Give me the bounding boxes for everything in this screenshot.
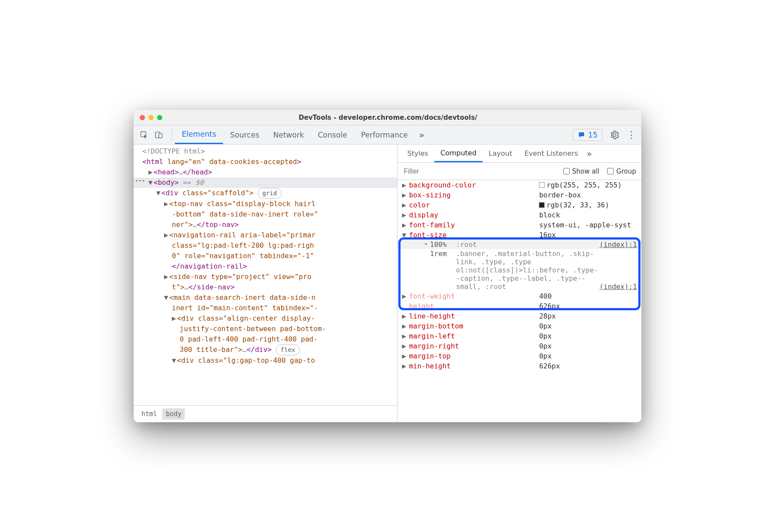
sidenav-close[interactable]: t">…</side-nav> (134, 282, 397, 292)
tab-network[interactable]: Network (266, 125, 311, 144)
prop-min-height[interactable]: ▶min-height626px (397, 361, 641, 371)
filter-input[interactable] (403, 167, 563, 176)
prop-font-size[interactable]: ▼font-size16px (397, 230, 641, 240)
topnav-cont[interactable]: -bottom" data-side-nav-inert role=" (134, 209, 397, 220)
close-icon[interactable] (140, 115, 145, 120)
tab-performance[interactable]: Performance (354, 125, 415, 144)
main-node[interactable]: ▼<main data-search-inert data-side-n (134, 292, 397, 303)
div-close[interactable]: 300 title-bar">…</div> flex (134, 345, 397, 355)
prop-font-family[interactable]: ▶font-familysystem-ui, -apple-syst (397, 220, 641, 230)
maximize-icon[interactable] (157, 115, 162, 120)
subtab-computed[interactable]: Computed (434, 144, 483, 162)
prop-color[interactable]: ▶colorrgb(32, 33, 36) (397, 200, 641, 210)
more-tabs-icon[interactable]: » (415, 125, 429, 144)
styles-panel: Styles Computed Layout Event Listeners »… (397, 144, 641, 422)
content-area: <!DOCTYPE html> <html lang="en" data-coo… (134, 144, 641, 422)
more-subtabs-icon[interactable]: » (584, 144, 594, 162)
font-size-source-2[interactable]: ➜1rem.banner, .material-button, .skip-li… (397, 249, 641, 291)
font-size-source-1[interactable]: ➜100%:root(index):1 (397, 240, 641, 249)
navrail-node[interactable]: ▶<navigation-rail aria-label="primar (134, 230, 397, 240)
head-node[interactable]: ▶<head>…</head> (134, 167, 397, 177)
prop-margin-bottom[interactable]: ▶margin-bottom0px (397, 321, 641, 331)
traffic-lights (140, 115, 162, 120)
svg-rect-2 (159, 133, 162, 138)
minimize-icon[interactable] (148, 115, 154, 120)
prop-margin-top[interactable]: ▶margin-top0px (397, 351, 641, 361)
tab-console[interactable]: Console (311, 125, 354, 144)
div-node1[interactable]: ▶<div class="align-center display- (134, 313, 397, 324)
main-cont[interactable]: inert id="main-content" tabindex="- (134, 303, 397, 313)
tab-elements[interactable]: Elements (175, 125, 223, 144)
divider (172, 129, 172, 141)
subtab-event-listeners[interactable]: Event Listeners (518, 144, 584, 162)
div-cont2[interactable]: justify-content-between pad-bottom- (134, 324, 397, 334)
goto-icon: ➜ (424, 240, 427, 249)
prop-height[interactable]: height626px (397, 301, 641, 311)
menu-icon[interactable]: ⋮ (627, 129, 636, 140)
inspect-icon[interactable] (140, 131, 148, 139)
device-toggle-icon[interactable] (154, 131, 163, 139)
issues-button[interactable]: 15 (573, 129, 602, 141)
show-all-checkbox[interactable]: Show all (563, 167, 600, 175)
breadcrumb: html body (134, 405, 397, 423)
scaffold-node[interactable]: ▼<div class="scaffold"> grid (134, 188, 397, 199)
main-tabs: Elements Sources Network Console Perform… (175, 125, 429, 144)
crumb-html[interactable]: html (138, 408, 161, 420)
styles-subtabs: Styles Computed Layout Event Listeners » (397, 144, 641, 163)
prop-margin-right[interactable]: ▶margin-right0px (397, 341, 641, 351)
grid-badge[interactable]: grid (258, 188, 282, 199)
dom-panel: <!DOCTYPE html> <html lang="en" data-coo… (134, 144, 397, 422)
devtools-window: DevTools - developer.chrome.com/docs/dev… (134, 110, 641, 422)
div-cont3[interactable]: 0 pad-left-400 pad-right-400 pad- (134, 334, 397, 345)
div-node2[interactable]: ▼<div class="lg:gap-top-400 gap-to (134, 355, 397, 366)
sidenav-node[interactable]: ▶<side-nav type="project" view="pro (134, 272, 397, 282)
prop-line-height[interactable]: ▶line-height28px (397, 311, 641, 321)
tab-sources[interactable]: Sources (223, 125, 266, 144)
crumb-body[interactable]: body (162, 408, 185, 420)
navrail-cont2[interactable]: 0" role="navigation" tabindex="-1" (134, 251, 397, 261)
dom-tree[interactable]: <!DOCTYPE html> <html lang="en" data-coo… (134, 144, 397, 405)
window-title: DevTools - developer.chrome.com/docs/dev… (162, 114, 614, 122)
flex-badge[interactable]: flex (276, 345, 300, 355)
prop-background-color[interactable]: ▶background-colorrgb(255, 255, 255) (397, 180, 641, 190)
prop-display[interactable]: ▶displayblock (397, 210, 641, 220)
message-icon (578, 131, 585, 139)
main-toolbar: Elements Sources Network Console Perform… (134, 125, 641, 144)
issues-count: 15 (588, 131, 598, 139)
prop-font-weight[interactable]: ▶font-weight400 (397, 291, 641, 301)
topnav-node[interactable]: ▶<top-nav class="display-block hairl (134, 199, 397, 209)
subtab-layout[interactable]: Layout (483, 144, 518, 162)
html-node[interactable]: <html lang="en" data-cookies-accepted> (134, 157, 397, 167)
group-checkbox[interactable]: Group (607, 167, 636, 175)
prop-margin-left[interactable]: ▶margin-left0px (397, 331, 641, 341)
subtab-styles[interactable]: Styles (401, 144, 434, 162)
body-node[interactable]: ▼<body> == $0 (134, 177, 397, 188)
doctype-node[interactable]: <!DOCTYPE html> (134, 146, 397, 157)
filter-row: Show all Group (397, 163, 641, 180)
gear-icon[interactable] (609, 130, 620, 140)
navrail-cont1[interactable]: class="lg:pad-left-200 lg:pad-righ (134, 240, 397, 251)
computed-properties[interactable]: ▶background-colorrgb(255, 255, 255) ▶box… (397, 180, 641, 422)
prop-box-sizing[interactable]: ▶box-sizingborder-box (397, 190, 641, 200)
topnav-close[interactable]: ner">…</top-nav> (134, 220, 397, 230)
titlebar: DevTools - developer.chrome.com/docs/dev… (134, 110, 641, 125)
navrail-close[interactable]: </navigation-rail> (134, 261, 397, 272)
